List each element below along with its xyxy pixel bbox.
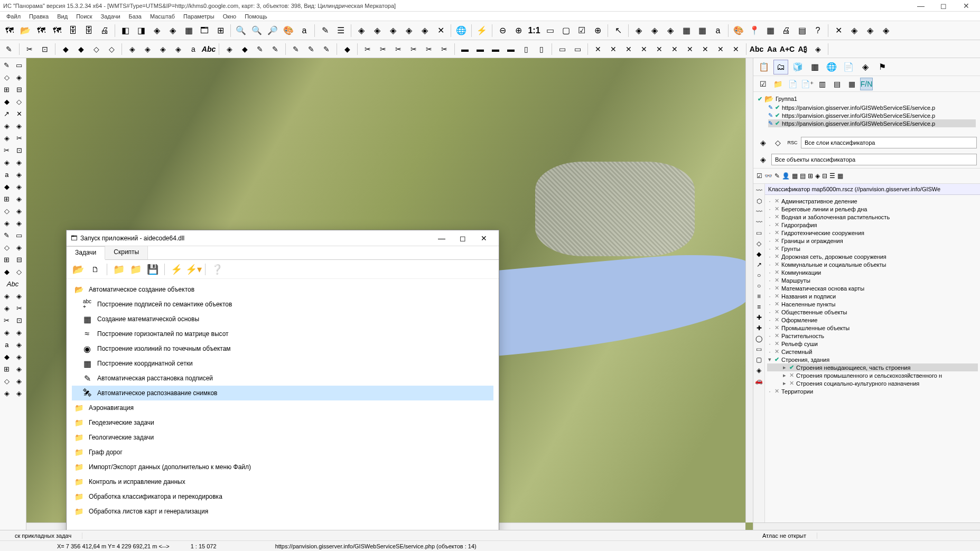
tb1-btn-b-5[interactable]: ↖ <box>611 23 626 38</box>
tb1-btn-26[interactable]: ◈ <box>370 23 385 38</box>
dialog-close-button[interactable]: ✕ <box>473 234 494 242</box>
tb2-textfmt-1[interactable]: Aa <box>765 42 779 56</box>
rp-thin-btn-0[interactable]: 〰 <box>754 186 764 195</box>
lt-btn-14-1[interactable]: ▭ <box>14 229 25 241</box>
lt-btn-25-0[interactable]: ⊞ <box>1 363 13 375</box>
lt-btn-2-0[interactable]: ⊞ <box>1 83 13 95</box>
lt-btn-22-1[interactable]: ◈ <box>14 326 25 338</box>
tb2-btn-b-24[interactable]: ▯ <box>535 42 548 56</box>
tb1-btn-b-3[interactable]: ⊕ <box>590 23 605 38</box>
lt-btn-13-1[interactable]: ◈ <box>14 217 25 229</box>
rp-tab-table[interactable]: ▦ <box>807 60 822 74</box>
classifier-category-3[interactable]: · ✕ Гидрография <box>767 221 978 229</box>
rp-tab-doc[interactable]: 📄 <box>841 60 856 74</box>
dlg-item-5[interactable]: Импорт/Экспорт данных (дополнительно к м… <box>72 460 493 474</box>
dialog-help-button[interactable]: ❔ <box>210 262 225 277</box>
lt-btn-19-1[interactable]: ◈ <box>14 290 25 302</box>
tb1-btn-30[interactable]: ✕ <box>433 23 448 38</box>
tb2-btn-b-22[interactable]: ▬ <box>504 42 518 56</box>
layer-url-1[interactable]: ✎ ✔ https://panvision.gisserver.info/GIS… <box>768 111 976 119</box>
tb1-btn-10[interactable]: ◈ <box>150 23 164 38</box>
tb1-btn-34[interactable]: ⚡ <box>474 23 489 38</box>
dialog-open-button[interactable]: 📁 <box>111 262 126 277</box>
tb2-btn-b-38[interactable]: ✕ <box>729 42 743 56</box>
rp-tab-globe[interactable]: 🌐 <box>824 60 839 74</box>
classifier-category-4[interactable]: · ✕ Гидротехнические сооружения <box>767 229 978 237</box>
cls-tb-9[interactable]: ⊟ <box>822 172 827 180</box>
classifier-category-9[interactable]: · ✕ Коммуникации <box>767 268 978 276</box>
cls-tb-8[interactable]: ◈ <box>815 172 820 180</box>
tb2-btn-b-14[interactable]: ✂ <box>391 42 405 56</box>
tb2-btn-b-23[interactable]: ▯ <box>519 42 533 56</box>
lt-btn-11-0[interactable]: ⊞ <box>1 193 13 204</box>
tb1-btn-4[interactable]: 🗄 <box>66 23 80 38</box>
classifier-category-10[interactable]: · ✕ Маршруты <box>767 276 978 284</box>
dialog-new-file-button[interactable]: 🗋 <box>88 262 102 277</box>
lt-abc-button[interactable]: Abc <box>1 278 24 289</box>
tb1-btn-12[interactable]: ▦ <box>181 23 196 38</box>
tb1-btn-b-7[interactable]: ◈ <box>631 23 646 38</box>
tb2-btn-b-10[interactable]: ◆ <box>340 42 354 56</box>
classifier-category-15[interactable]: · ✕ Оформление <box>767 316 978 324</box>
rp-thin-btn-7[interactable]: ↗ <box>754 260 764 269</box>
classifier-category-16[interactable]: · ✕ Промышленные объекты <box>767 324 978 332</box>
tb1-btn-32[interactable]: 🌐 <box>454 23 469 38</box>
rp-thin-btn-18[interactable]: 🚗 <box>754 376 764 386</box>
tb1-btn-13[interactable]: 🗔 <box>197 23 212 38</box>
tb1-btn-22[interactable]: ✎ <box>318 23 332 38</box>
rp-tab-3d[interactable]: 🧊 <box>790 60 805 74</box>
lt-btn-10-1[interactable]: ◈ <box>14 181 25 192</box>
dlg-subitem-0-0[interactable]: abc+Построение подписей по семантике объ… <box>72 297 493 312</box>
lt-btn-20-1[interactable]: ✂ <box>14 302 25 314</box>
tb2-btn-b-13[interactable]: ✂ <box>376 42 390 56</box>
rp-tab-palette[interactable]: ◈ <box>858 60 873 74</box>
tb2-btn-b-29[interactable]: ✕ <box>591 42 605 56</box>
lt-btn-0-1[interactable]: ▭ <box>14 59 25 71</box>
dlg-item-6[interactable]: Контроль и исправление данных <box>72 474 493 489</box>
lt-btn-12-0[interactable]: ◇ <box>1 205 13 217</box>
tb1-btn-27[interactable]: ◈ <box>386 23 400 38</box>
tb2-btn-b-15[interactable]: ✂ <box>407 42 421 56</box>
tb1-btn-b-9[interactable]: ◈ <box>663 23 678 38</box>
lt-btn-4-0[interactable]: ↗ <box>1 108 13 119</box>
lt-btn-12-1[interactable]: ◈ <box>14 205 25 217</box>
lt-btn-15-0[interactable]: ◇ <box>1 241 13 253</box>
tb1-btn-b-17[interactable]: 🖨 <box>779 23 794 38</box>
lt-btn-9-0[interactable]: a <box>1 169 13 180</box>
rp-layer-btn-4[interactable]: 📄⁺ <box>801 78 814 90</box>
dlg-item-4[interactable]: Граф дорог <box>72 445 493 460</box>
tb2-btn-b-8[interactable]: ✎ <box>320 42 333 56</box>
tb1-btn-18[interactable]: 🔎 <box>265 23 280 38</box>
rp-tab-1[interactable]: 📋 <box>757 60 771 74</box>
tb2-btn-b-35[interactable]: ✕ <box>683 42 697 56</box>
classifier-subcategory-20-2[interactable]: ▸ ✕ Строения социально-культурного назна… <box>767 379 978 387</box>
tb2-btn-b-3[interactable]: ✎ <box>253 42 267 56</box>
rp-layer-btn-3[interactable]: 📄 <box>786 78 799 90</box>
tb1-btn-8[interactable]: ◧ <box>118 23 133 38</box>
rp-tab-layers[interactable]: 🗂 <box>773 60 788 74</box>
menu-параметры[interactable]: Параметры <box>179 13 219 20</box>
lt-btn-0-0[interactable]: ✎ <box>1 59 13 71</box>
tb2-textfmt-0[interactable]: Abc <box>750 42 763 56</box>
classifier-category-14[interactable]: · ✕ Общественные объекты <box>767 308 978 316</box>
lt-btn-23-1[interactable]: ◈ <box>14 339 25 350</box>
classifier-layer-btn-1[interactable]: ◈ <box>757 136 769 149</box>
dlg-subitem-0-3[interactable]: ◉Построение изолиний по точечным объекта… <box>72 341 493 356</box>
lt-btn-10-0[interactable]: ◆ <box>1 181 13 192</box>
tb1-btn-b-21[interactable]: ✕ <box>831 23 846 38</box>
lt-btn-5-0[interactable]: ◈ <box>1 120 13 132</box>
tb1-btn-1[interactable]: 📂 <box>18 23 33 38</box>
cls-tb-6[interactable]: ▤ <box>800 172 806 180</box>
lt-btn-6-1[interactable]: ✂ <box>14 132 25 144</box>
classifier-tree[interactable]: · ✕ Административное деление· ✕ Береговы… <box>765 195 980 522</box>
lt-btn-7-1[interactable]: ⊡ <box>14 144 25 156</box>
tb1-btn-b-12[interactable]: a <box>711 23 725 38</box>
dialog-maximize-button[interactable]: ◻ <box>452 234 473 242</box>
tb2-btn-b-32[interactable]: ✕ <box>637 42 651 56</box>
minimize-button[interactable]: — <box>910 2 931 10</box>
menu-помощь[interactable]: Помощь <box>240 13 272 20</box>
rp-layer-btn-5[interactable]: ▥ <box>816 78 828 90</box>
tb1-btn-6[interactable]: 🖨 <box>97 23 112 38</box>
rp-thin-btn-12[interactable]: ✚ <box>754 313 764 322</box>
rp-thin-btn-16[interactable]: ▢ <box>754 355 764 365</box>
